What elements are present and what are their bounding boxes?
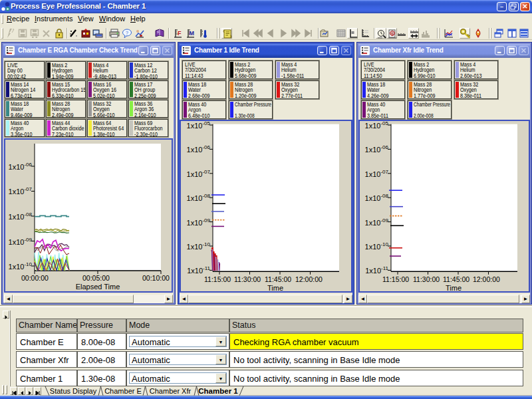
svg-text:Chamber Xfr: Chamber Xfr (150, 387, 192, 395)
svg-text:?: ? (126, 31, 128, 35)
svg-text:M: M (190, 30, 195, 37)
svg-text:Chamber 1: Chamber 1 (198, 387, 238, 395)
svg-text:Status Display: Status Display (50, 387, 97, 395)
svg-text:Chamber E: Chamber E (104, 387, 142, 395)
svg-text:S: S (391, 32, 394, 36)
svg-text:F: F (178, 30, 182, 37)
